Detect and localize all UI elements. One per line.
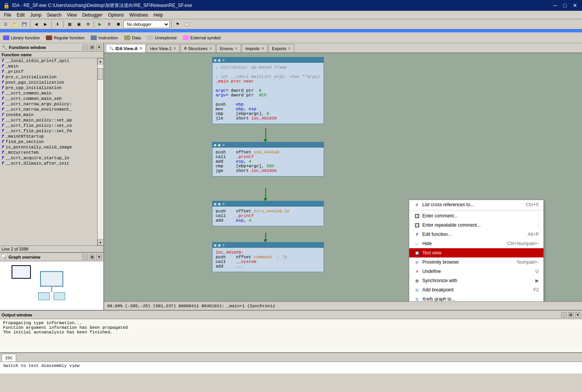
- sync-icon: ⊞: [414, 278, 420, 284]
- minimize-button[interactable]: ─: [552, 2, 559, 8]
- ctx-undefine-left: ✕ Undefine: [414, 268, 441, 274]
- function-item[interactable]: fpre_c_initialization: [0, 74, 97, 80]
- toolbar-save[interactable]: 💾: [20, 20, 29, 28]
- toolbar-stop[interactable]: ⏹: [114, 20, 123, 28]
- hide-icon: —: [414, 241, 420, 247]
- function-item[interactable]: f__scrt_common_main: [0, 91, 97, 96]
- function-item[interactable]: f__scrt_narrow_argv_policy:: [0, 101, 97, 107]
- output-float-btn[interactable]: □: [561, 312, 567, 318]
- graph-viewport[interactable]: [12, 265, 31, 279]
- function-item[interactable]: f__scrt_file_policy::set_co: [0, 123, 97, 128]
- function-item[interactable]: f__scrt_dllmain_after_init: [0, 161, 97, 166]
- toolbar-btn6[interactable]: ⚙: [84, 20, 92, 28]
- function-item[interactable]: f_printf: [0, 69, 97, 74]
- function-item[interactable]: f__scrt_main_policy::set_ap: [0, 118, 97, 123]
- tab-imports[interactable]: Imports ✕: [242, 44, 268, 52]
- function-item[interactable]: f__scrt_common_main_seh: [0, 96, 97, 101]
- scroll-thumb[interactable]: [98, 68, 103, 80]
- output-dock-btn[interactable]: ⊟: [568, 312, 574, 318]
- ctx-comment-shortcut: :: [538, 213, 539, 219]
- ctx-undefine[interactable]: ✕ Undefine U: [409, 267, 543, 276]
- ctx-enter-comment[interactable]: 🔲 Enter comment... :: [409, 211, 543, 220]
- code-block-2-title: ▣ ▦ ≡: [214, 143, 224, 147]
- functions-scroll-area: f__local_stdio_printf_opti f_main f_prin…: [0, 58, 103, 246]
- function-item[interactable]: f_main: [0, 64, 97, 69]
- graph-dock-btn[interactable]: ⊟: [89, 254, 95, 260]
- function-item[interactable]: f__scrt_file_policy::set_fm: [0, 128, 97, 134]
- ctx-sync-with[interactable]: ⊞ Synchronize with ▶: [409, 276, 543, 285]
- toolbar-forward[interactable]: ▶: [41, 20, 50, 28]
- function-item[interactable]: f__scrt_acquire_startup_lo: [0, 155, 97, 161]
- ctx-breakpoint[interactable]: ⊞ Add breakpoint F2: [409, 285, 543, 294]
- tab-ida-view[interactable]: 🔍 IDA View-A ✕: [106, 44, 146, 52]
- toolbar-new[interactable]: 🗋: [2, 20, 10, 28]
- output-titlebar-icons: □ ⊟ ✕: [561, 312, 580, 318]
- function-item[interactable]: fis_potentially_valid_image: [0, 145, 97, 150]
- toolbar-pause[interactable]: ⏸: [105, 20, 113, 28]
- toolbar-btn8[interactable]: 📋: [182, 20, 191, 28]
- functions-dock-btn[interactable]: ⊟: [89, 45, 95, 50]
- menu-windows[interactable]: Windows: [127, 12, 150, 19]
- toolbar-btn4[interactable]: ▦: [65, 20, 74, 28]
- ctx-edit-function[interactable]: f Edit function... Alt+P: [409, 230, 543, 239]
- toolbar-btn5[interactable]: ▣: [74, 20, 83, 28]
- proximity-icon: ⊞: [414, 259, 420, 265]
- toolbar-btn7[interactable]: ⚑: [173, 20, 182, 28]
- tab-enums[interactable]: Enums ✕: [216, 44, 241, 52]
- func-f-icon: f: [2, 80, 4, 85]
- menu-file[interactable]: File: [2, 12, 13, 19]
- scroll-up-arrow[interactable]: ▲: [98, 58, 104, 64]
- tab-hex-close[interactable]: ✕: [173, 46, 176, 50]
- ctx-hide[interactable]: — Hide Ctrl+Numpad+-: [409, 239, 543, 248]
- ctx-text-view[interactable]: 🔲 Text view: [409, 248, 543, 257]
- function-item[interactable]: f__scrt_narrow_environment_: [0, 107, 97, 112]
- ctx-undefine-shortcut: U: [535, 269, 539, 274]
- tab-structures[interactable]: A Structures ✕: [181, 44, 216, 52]
- tab-enums-close[interactable]: ✕: [234, 46, 238, 50]
- output-close-btn[interactable]: ✕: [575, 312, 580, 318]
- menu-view[interactable]: View: [64, 12, 79, 19]
- app-icon: 🔒: [3, 2, 10, 8]
- scroll-down-arrow[interactable]: ▼: [98, 239, 104, 246]
- function-item[interactable]: f__local_stdio_printf_opti: [0, 58, 97, 64]
- functions-close-btn[interactable]: ✕: [96, 45, 102, 50]
- maximize-button[interactable]: □: [562, 2, 568, 8]
- menu-options[interactable]: Options: [106, 12, 126, 19]
- debugger-combo[interactable]: No debugger: [123, 20, 170, 28]
- toolbar-btn3[interactable]: ⬇: [53, 20, 62, 28]
- list-xrefs-icon: ≡: [414, 202, 420, 208]
- function-item[interactable]: f_NtCurrentTeb: [0, 150, 97, 155]
- function-item[interactable]: finvoke_main: [0, 112, 97, 118]
- functions-float-btn[interactable]: □: [83, 45, 88, 50]
- ctx-list-xrefs[interactable]: ≡ List cross references to... Ctrl+X: [409, 200, 543, 209]
- toolbar-run[interactable]: ▶: [96, 20, 104, 28]
- toolbar-back[interactable]: ◀: [32, 20, 40, 28]
- functions-scrollbar[interactable]: ▲ ▼: [97, 58, 103, 246]
- scroll-track[interactable]: [98, 64, 103, 239]
- tab-imports-close[interactable]: ✕: [261, 46, 264, 50]
- graph-close-btn[interactable]: ✕: [96, 254, 102, 260]
- menu-edit[interactable]: Edit: [14, 12, 27, 19]
- function-item[interactable]: fpre_cpp_initialization: [0, 85, 97, 91]
- ctx-proximity[interactable]: ⊞ Proximity browser Numpad+-: [409, 257, 543, 267]
- close-button[interactable]: ✕: [571, 2, 579, 8]
- menu-jump[interactable]: Jump: [28, 12, 44, 19]
- tab-exports-close[interactable]: ✕: [288, 46, 291, 50]
- toolbar-open[interactable]: 📂: [11, 20, 19, 28]
- menu-debugger[interactable]: Debugger: [80, 12, 105, 19]
- function-item[interactable]: ffind_pe_section: [0, 139, 97, 145]
- graph-float-btn[interactable]: □: [83, 254, 88, 260]
- menu-search[interactable]: Search: [44, 12, 64, 19]
- function-item[interactable]: fpost_pgo_initialization: [0, 80, 97, 85]
- functions-titlebar-icons: □ ⊟ ✕: [83, 45, 102, 50]
- ctx-enter-repeatable[interactable]: 🔲 Enter repeatable comment... ;: [409, 220, 543, 230]
- toolbar-sep2: [51, 21, 52, 28]
- function-item[interactable]: f_mainCRTStartup: [0, 134, 97, 139]
- bottom-tab-idc[interactable]: IDC: [2, 354, 16, 362]
- menu-help[interactable]: Help: [151, 12, 165, 19]
- tab-struct-close[interactable]: ✕: [209, 46, 212, 50]
- tab-hex-view[interactable]: Hex View-1 ✕: [147, 44, 180, 52]
- tab-exports[interactable]: Exports ✕: [268, 44, 294, 52]
- ctx-xrefs-to[interactable]: ⊞ Xrefs graph to...: [409, 294, 543, 301]
- tab-ida-close[interactable]: ✕: [139, 46, 142, 50]
